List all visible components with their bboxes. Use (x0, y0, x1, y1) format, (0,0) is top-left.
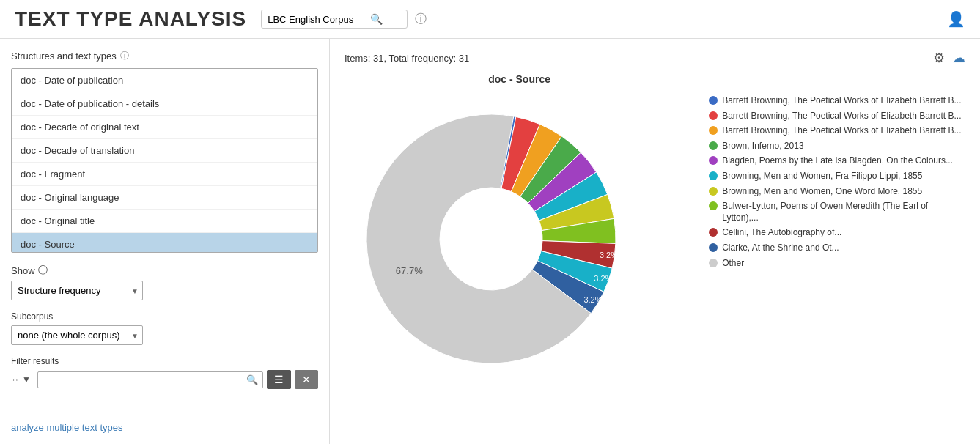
analyze-link-section: analyze multiple text types (11, 415, 318, 433)
structures-help-icon[interactable]: ⓘ (120, 50, 129, 62)
chart-title: doc - Source (345, 73, 694, 85)
dropdown-list-inner: doc - Date of publicationdoc - Date of p… (12, 69, 317, 252)
show-help-icon[interactable]: ⓘ (38, 264, 48, 277)
legend-label: Bulwer-Lytton, Poems of Owen Meredith (T… (722, 201, 965, 223)
legend-item: Other (709, 258, 965, 270)
legend-item: Barrett Browning, The Poetical Works of … (709, 95, 965, 107)
subcorpus-select-control[interactable]: none (the whole corpus)Subcorpus 1 ▼ (11, 325, 143, 345)
legend-label: Browning, Men and Women, Fra Filippo Lip… (722, 171, 922, 182)
filter-input[interactable] (43, 374, 246, 385)
search-input[interactable] (268, 14, 370, 25)
right-icons: ⚙ ☁ (933, 50, 965, 66)
dropdown-item[interactable]: doc - Original title (12, 210, 317, 233)
subcorpus-select[interactable]: none (the whole corpus)Subcorpus 1 (11, 325, 143, 345)
legend-dot (709, 141, 718, 150)
dropdown-item[interactable]: doc - Original language (12, 186, 317, 210)
legend-item: Clarke, At the Shrine and Ot... (709, 243, 965, 254)
show-section: Show ⓘ Structure frequencyToken frequenc… (11, 264, 318, 300)
legend-label: Barrett Browning, The Poetical Works of … (722, 125, 961, 137)
filter-section: Filter results ↔ ▼ 🔍 ☰ ✕ (11, 356, 318, 389)
subcorpus-label: Subcorpus (11, 311, 318, 322)
dropdown-item[interactable]: doc - Decade of translation (12, 139, 317, 163)
user-icon[interactable]: 👤 (947, 10, 965, 28)
legend-item: Barrett Browning, The Poetical Works of … (709, 111, 965, 122)
slice-label: 3.2% (594, 274, 612, 283)
legend-label: Blagden, Poems by the Late Isa Blagden, … (722, 155, 953, 167)
legend-dot (709, 171, 718, 180)
settings-button[interactable]: ⚙ (933, 50, 945, 66)
download-button[interactable]: ☁ (952, 50, 965, 66)
dropdown-item[interactable]: doc - Date of publication (12, 69, 317, 92)
legend-label: Cellini, The Autobiography of... (722, 227, 841, 239)
search-button[interactable]: 🔍 (370, 13, 383, 25)
legend-dot (709, 259, 718, 267)
legend-dot (709, 187, 718, 196)
legend-dot (709, 111, 718, 120)
legend-item: Bulwer-Lytton, Poems of Owen Meredith (T… (709, 201, 965, 223)
legend-dot (709, 201, 718, 210)
legend-dot (709, 243, 718, 252)
right-header: Items: 31, Total frequency: 31 ⚙ ☁ (345, 50, 965, 66)
range-icon: ↔ (11, 374, 20, 385)
info-icon[interactable]: ⓘ (415, 12, 427, 27)
dropdown-item[interactable]: doc - Date of publication - details (12, 92, 317, 116)
dropdown-item[interactable]: doc - Fragment (12, 163, 317, 186)
right-panel: Items: 31, Total frequency: 31 ⚙ ☁ doc -… (330, 39, 980, 444)
items-info: Items: 31, Total frequency: 31 (345, 53, 469, 64)
legend-label: Brown, Inferno, 2013 (722, 141, 803, 152)
show-select-control[interactable]: Structure frequencyToken frequencyRelati… (11, 281, 143, 300)
dropdown-item[interactable]: doc - Source (12, 233, 317, 252)
legend-label: Clarke, At the Shrine and Ot... (722, 243, 839, 254)
search-box[interactable]: 🔍 (261, 10, 408, 29)
show-label: Show ⓘ (11, 264, 318, 277)
legend-item: Cellini, The Autobiography of... (709, 227, 965, 239)
legend-label: Barrett Browning, The Poetical Works of … (722, 111, 961, 122)
filter-clear-button[interactable]: ✕ (295, 370, 318, 389)
legend-item: Browning, Men and Women, One Word More, … (709, 186, 965, 198)
chart-legend: Barrett Browning, The Poetical Works of … (709, 73, 965, 433)
main-content: Structures and text types ⓘ doc - Date o… (0, 39, 980, 444)
chart-container: doc - Source 3.2%3.2%3.2%67.7% (345, 73, 694, 403)
legend-label: Other (722, 258, 744, 270)
legend-item: Browning, Men and Women, Fra Filippo Lip… (709, 171, 965, 182)
legend-dot (709, 96, 718, 105)
filter-range[interactable]: ↔ ▼ (11, 374, 31, 385)
dropdown-item[interactable]: doc - Decade of original text (12, 116, 317, 139)
filter-input-wrap[interactable]: 🔍 (37, 371, 263, 388)
structures-dropdown[interactable]: doc - Date of publicationdoc - Date of p… (11, 68, 318, 253)
legend-dot (709, 156, 718, 165)
header: TEXT TYPE ANALYSIS 🔍 ⓘ 👤 (0, 0, 980, 39)
subcorpus-section: Subcorpus none (the whole corpus)Subcorp… (11, 311, 318, 345)
legend-item: Brown, Inferno, 2013 (709, 141, 965, 152)
filter-search-icon[interactable]: 🔍 (246, 374, 258, 385)
chart-area: doc - Source 3.2%3.2%3.2%67.7% Barrett B… (345, 73, 965, 433)
donut-chart: 3.2%3.2%3.2%67.7% (345, 92, 667, 385)
slice-label: 3.2% (600, 251, 618, 259)
legend-item: Blagden, Poems by the Late Isa Blagden, … (709, 155, 965, 167)
range-dropdown-arrow[interactable]: ▼ (22, 374, 31, 385)
page-title: TEXT TYPE ANALYSIS (15, 7, 246, 31)
legend-label: Barrett Browning, The Poetical Works of … (722, 95, 961, 107)
filter-row: ↔ ▼ 🔍 ☰ ✕ (11, 370, 318, 389)
structures-label: Structures and text types ⓘ (11, 50, 318, 62)
show-select[interactable]: Structure frequencyToken frequencyRelati… (11, 281, 143, 300)
slice-label: 3.2% (583, 295, 602, 304)
legend-dot (709, 126, 718, 135)
other-label: 67.7% (396, 265, 423, 276)
legend-dot (709, 228, 718, 237)
legend-item: Barrett Browning, The Poetical Works of … (709, 125, 965, 137)
filter-label: Filter results (11, 356, 318, 366)
analyze-link[interactable]: analyze multiple text types (11, 422, 122, 433)
left-panel: Structures and text types ⓘ doc - Date o… (0, 39, 330, 444)
legend-label: Browning, Men and Women, One Word More, … (722, 186, 922, 198)
filter-apply-button[interactable]: ☰ (267, 370, 291, 389)
